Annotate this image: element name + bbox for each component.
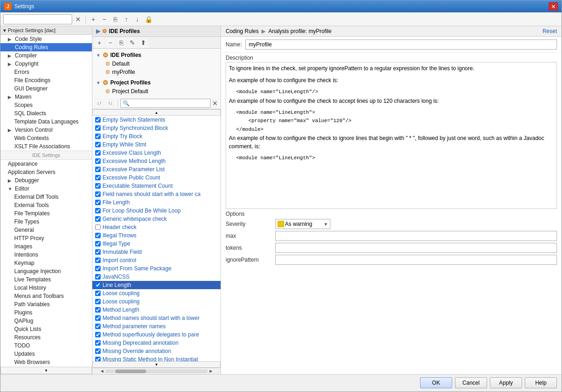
tree-item-code-style[interactable]: ▶ Code Style — [0, 35, 92, 43]
rule-item[interactable]: Excessive Public Count — [92, 174, 221, 182]
rule-checkbox[interactable] — [95, 224, 101, 230]
tree-item-scopes[interactable]: Scopes — [0, 101, 92, 109]
tree-item-file-types[interactable]: File Types — [0, 218, 92, 226]
rule-checkbox[interactable] — [95, 324, 101, 329]
tree-item-keymap[interactable]: Keymap — [0, 259, 92, 267]
tokens-input[interactable] — [275, 243, 557, 253]
rule-item[interactable]: Excessive Parameter List — [92, 165, 221, 174]
rule-item[interactable]: Line Length — [92, 281, 221, 289]
profile-remove-btn[interactable]: − — [105, 38, 115, 48]
rule-item[interactable]: JavaNCSS — [92, 273, 221, 281]
reset-button[interactable]: Reset — [543, 28, 557, 34]
rule-checkbox[interactable] — [95, 291, 101, 296]
apply-button[interactable]: Apply — [490, 377, 522, 388]
tree-item-path-variables[interactable]: Path Variables — [0, 300, 92, 308]
rule-checkbox[interactable] — [95, 208, 101, 213]
rules-search-input[interactable] — [120, 99, 210, 108]
tree-item-compiler[interactable]: ▶ Compiler — [0, 51, 92, 60]
rule-checkbox[interactable] — [95, 266, 101, 271]
rule-checkbox[interactable] — [95, 158, 101, 164]
tree-item-coding-rules[interactable]: Coding Rules — [0, 43, 92, 51]
cancel-button[interactable]: Cancel — [455, 377, 487, 388]
tree-item-application-servers[interactable]: Application Servers — [0, 168, 92, 176]
rule-item[interactable]: Excessive Class Length — [92, 149, 221, 157]
rule-checkbox[interactable] — [95, 183, 101, 189]
tree-item-updates[interactable]: Updates — [0, 350, 92, 358]
rule-item[interactable]: Generic whitespace check — [92, 215, 221, 223]
tree-item-errors[interactable]: Errors — [0, 68, 92, 76]
rules-scroll-left-btn[interactable]: ◀ — [99, 369, 105, 373]
profile-copy-btn[interactable]: ⎘ — [116, 38, 126, 48]
rule-item[interactable]: File Length — [92, 198, 221, 207]
export-btn[interactable]: ↓ — [132, 14, 142, 24]
rule-item[interactable]: Method names should start with a lower — [92, 314, 221, 322]
tree-item-language-injection[interactable]: Language Injection — [0, 267, 92, 275]
rule-checkbox[interactable] — [95, 241, 101, 246]
rule-checkbox[interactable] — [95, 142, 101, 147]
rules-search-clear-btn[interactable]: ✕ — [211, 98, 219, 108]
tree-item-qaplug[interactable]: QAPlug — [0, 317, 92, 325]
rule-item[interactable]: Loose coupling — [92, 297, 221, 306]
rule-item[interactable]: Immutable Field — [92, 248, 221, 256]
tree-item-debugger[interactable]: ▶ Debugger — [0, 176, 92, 185]
rule-item[interactable]: Empty While Stmt — [92, 140, 221, 149]
help-button[interactable]: Help — [525, 377, 557, 388]
rule-checkbox[interactable] — [95, 282, 101, 288]
rule-item[interactable]: Method superfluously delegates to pare — [92, 330, 221, 339]
tree-item-file-templates[interactable]: File Templates — [0, 209, 92, 218]
rule-item[interactable]: Illegal Type — [92, 240, 221, 248]
ok-button[interactable]: OK — [420, 377, 452, 388]
rule-checkbox[interactable] — [95, 117, 101, 123]
rule-item[interactable]: Executable Statement Count — [92, 182, 221, 190]
rule-checkbox[interactable] — [95, 175, 101, 180]
rules-scroll-up[interactable]: ▲ — [92, 109, 221, 116]
copy-btn[interactable]: ⎘ — [110, 14, 120, 24]
rule-checkbox[interactable] — [95, 200, 101, 205]
rule-item[interactable]: Empty Try Block — [92, 132, 221, 140]
add-btn[interactable]: + — [88, 14, 98, 24]
rule-item[interactable]: Empty Synchronized Block — [92, 124, 221, 132]
toolbar-search[interactable] — [3, 14, 72, 24]
rules-scroll-down[interactable]: ▼ — [92, 361, 221, 368]
rule-checkbox[interactable] — [95, 274, 101, 280]
rule-checkbox[interactable] — [95, 216, 101, 222]
rule-checkbox[interactable] — [95, 191, 101, 197]
rule-item[interactable]: Import control — [92, 256, 221, 264]
tree-item-live-templates[interactable]: Live Templates — [0, 275, 92, 284]
close-button[interactable]: ✕ — [549, 2, 558, 11]
profile-myprofile[interactable]: ⚙ myProfile — [92, 68, 221, 76]
tree-item-gui-designer[interactable]: GUI Designer — [0, 84, 92, 93]
tree-item-resources[interactable]: Resources — [0, 333, 92, 342]
rule-item[interactable]: Missing Static Method In Non Instantiat — [92, 355, 221, 361]
tree-item-template-data-languages[interactable]: Template Data Languages — [0, 118, 92, 126]
rules-scroll-right-btn[interactable]: ▶ — [208, 369, 214, 373]
tree-item-quick-lists[interactable]: Quick Lists — [0, 325, 92, 333]
tree-item-editor[interactable]: ▼ Editor — [0, 185, 92, 193]
tree-item-copyright[interactable]: ▶ Copyright — [0, 60, 92, 68]
tree-item-sql-dialects[interactable]: SQL Dialects — [0, 109, 92, 118]
rule-item[interactable]: Excessive Method Length — [92, 157, 221, 165]
rule-checkbox[interactable] — [95, 249, 101, 255]
rule-item[interactable]: Field names should start with a lower ca — [92, 190, 221, 198]
remove-btn[interactable]: − — [99, 14, 109, 24]
rule-item[interactable]: Illegal Throws — [92, 231, 221, 240]
rule-item[interactable]: Header check — [92, 223, 221, 231]
tree-item-images[interactable]: Images — [0, 242, 92, 251]
tree-item-xslt-file-assoc[interactable]: XSLT File Associations — [0, 142, 92, 151]
rule-checkbox[interactable] — [95, 307, 101, 313]
rule-checkbox[interactable] — [95, 357, 101, 361]
rule-item[interactable]: Method Length — [92, 306, 221, 314]
tree-item-todo[interactable]: TODO — [0, 342, 92, 350]
rule-checkbox[interactable] — [95, 332, 101, 337]
profile-rename-btn[interactable]: ✎ — [127, 38, 137, 48]
tree-item-version-control[interactable]: ▶ Version Control — [0, 126, 92, 134]
rule-checkbox[interactable] — [95, 167, 101, 172]
settings-btn[interactable]: 🔒 — [143, 14, 153, 24]
tree-item-http-proxy[interactable]: HTTP Proxy — [0, 234, 92, 242]
rule-checkbox[interactable] — [95, 315, 101, 321]
rules-collapse-btn[interactable]: ↑↓ — [105, 98, 115, 108]
profile-add-btn[interactable]: + — [94, 38, 104, 48]
rule-checkbox[interactable] — [95, 150, 101, 156]
profile-default[interactable]: ⚙ Default — [92, 60, 221, 68]
rule-item[interactable]: Method parameter names — [92, 322, 221, 330]
